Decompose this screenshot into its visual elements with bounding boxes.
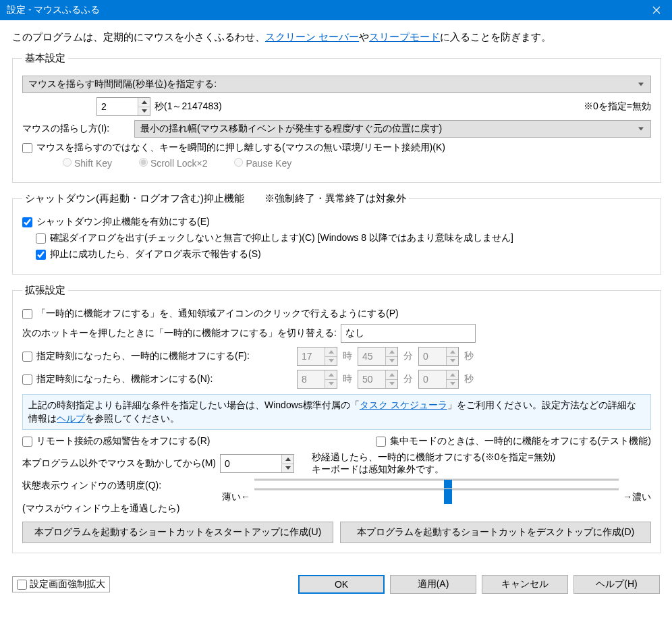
pause-tray-checkbox[interactable] — [22, 309, 32, 319]
basic-legend: 基本設定 — [22, 52, 68, 65]
interval-unit: 秒(1～2147483) — [155, 101, 222, 113]
key-press-checkbox[interactable] — [22, 143, 32, 153]
on-time-checkbox[interactable] — [22, 374, 32, 385]
focus-mode-label[interactable]: 集中モードのときは、一時的に機能をオフにする(テスト機能) — [390, 435, 651, 447]
on-sec-spinner — [418, 370, 459, 389]
other-mouse-input[interactable] — [221, 455, 281, 472]
link-screensaver[interactable]: スクリーン セーバー — [265, 31, 359, 43]
intro-text: このプログラムは、定期的にマウスを小さくふるわせ、スクリーン セーバーやスリープ… — [12, 31, 661, 44]
on-time-label[interactable]: 指定時刻になったら、機能オンにする(N): — [36, 373, 293, 385]
key-press-label[interactable]: マウスを揺らすのではなく、キーを瞬間的に押し離しする(マウスの無い環境/リモート… — [36, 142, 445, 154]
shutdown-legend: シャットダウン(再起動・ログオフ含む)抑止機能 ※強制終了・異常終了は対象外 — [22, 192, 409, 205]
radio-shift: Shift Key — [63, 158, 112, 169]
other-mouse-label: 本プログラム以外でマウスを動かしてから(M) — [22, 457, 216, 470]
basic-settings-group: 基本設定 マウスを揺らす時間間隔(秒単位)を指定する: 秒(1～2147483)… — [12, 52, 661, 183]
force-zoom-checkbox[interactable] — [17, 580, 27, 590]
remote-warn-label[interactable]: リモート接続の感知警告をオフにする(R) — [36, 435, 210, 447]
shutdown-group: シャットダウン(再起動・ログオフ含む)抑止機能 ※強制終了・異常終了は対象外 シ… — [12, 192, 661, 275]
shortcut-desktop-button[interactable]: 本プログラムを起動するショートカットをデスクトップに作成(D) — [340, 522, 651, 543]
pause-tray-label[interactable]: 「一時的に機能オフにする」を、通知領域アイコンのクリックで行えるようにする(P) — [36, 308, 399, 320]
spin-up-icon[interactable] — [138, 98, 150, 107]
opacity-thick: →濃い — [623, 491, 651, 503]
interval-spinner[interactable] — [96, 97, 150, 116]
apply-button[interactable]: 適用(A) — [390, 575, 476, 594]
ok-button[interactable]: OK — [298, 575, 385, 594]
extended-legend: 拡張設定 — [22, 284, 68, 297]
hotkey-label: 次のホットキーを押したときに「一時的に機能オフにする」を切り替える: — [22, 327, 337, 339]
shutdown-confirm-checkbox[interactable] — [36, 233, 46, 244]
on-hour-spinner — [297, 370, 337, 389]
off-sec-spinner — [418, 347, 459, 366]
shutdown-confirm-label[interactable]: 確認ダイアログを出す(チェックしないと無言で抑止します)(C) [Windows… — [50, 232, 513, 244]
shortcut-startup-button[interactable]: 本プログラムを起動するショートカットをスタートアップに作成(U) — [22, 522, 333, 543]
interval-note: ※0を指定=無効 — [584, 101, 651, 113]
other-mouse-desc1: 秒経過したら、一時的に機能オフにする(※0を指定=無効) — [312, 451, 555, 464]
other-mouse-desc2: キーボードは感知対象外です。 — [312, 464, 555, 476]
opacity-sub-label: (マウスがウィンドウ上を通過したら) — [22, 503, 218, 515]
shutdown-report-label[interactable]: 抑止に成功したら、ダイアログ表示で報告する(S) — [50, 248, 261, 260]
force-zoom-label[interactable]: 設定画面強制拡大 — [30, 578, 105, 590]
off-hour-spinner — [297, 347, 337, 366]
interval-input[interactable] — [97, 98, 138, 115]
shutdown-report-checkbox[interactable] — [36, 250, 46, 260]
on-min-spinner — [358, 370, 398, 389]
spin-down-icon[interactable] — [138, 107, 150, 116]
other-mouse-spinner[interactable] — [220, 454, 294, 473]
titlebar: 設定 - マウスふるふる — [0, 0, 672, 20]
extended-group: 拡張設定 「一時的に機能オフにする」を、通知領域アイコンのクリックで行えるように… — [12, 284, 661, 553]
off-time-label[interactable]: 指定時刻になったら、一時的に機能オフにする(F): — [36, 350, 293, 362]
off-time-checkbox[interactable] — [22, 352, 32, 362]
hotkey-input[interactable]: なし — [341, 324, 476, 343]
shake-method-label: マウスの揺らし方(I): — [22, 123, 130, 135]
focus-mode-checkbox[interactable] — [376, 437, 386, 447]
cancel-button[interactable]: キャンセル — [482, 575, 568, 594]
opacity-thin: 薄い← — [222, 491, 250, 503]
link-task-scheduler[interactable]: タスク スケジューラ — [360, 399, 447, 410]
info-box: 上記の時刻指定よりも詳細な条件を指定したい場合は、Windows標準付属の「タス… — [22, 394, 651, 430]
close-icon — [652, 6, 661, 14]
radio-pause: Pause Key — [234, 158, 291, 169]
remote-warn-checkbox[interactable] — [22, 437, 32, 447]
shake-method-combo[interactable]: 最小の揺れ幅(マウス移動イベントが発生する程度/すぐ元の位置に戻す) — [134, 120, 651, 138]
help-button[interactable]: ヘルプ(H) — [573, 575, 660, 594]
shutdown-enable-checkbox[interactable] — [22, 217, 32, 227]
opacity-label: 状態表示ウィンドウの透明度(Q): — [22, 480, 218, 492]
off-min-spinner — [358, 347, 398, 366]
window-title: 設定 - マウスふるふる — [7, 4, 100, 16]
shutdown-enable-label[interactable]: シャットダウン抑止機能を有効にする(E) — [36, 216, 210, 228]
link-sleepmode[interactable]: スリープモード — [369, 31, 440, 43]
radio-scrolllock: Scroll Lock×2 — [139, 158, 207, 169]
interval-mode-combo[interactable]: マウスを揺らす時間間隔(秒単位)を指定する: — [22, 76, 651, 93]
link-help[interactable]: ヘルプ — [57, 413, 85, 424]
close-button[interactable] — [641, 0, 672, 20]
